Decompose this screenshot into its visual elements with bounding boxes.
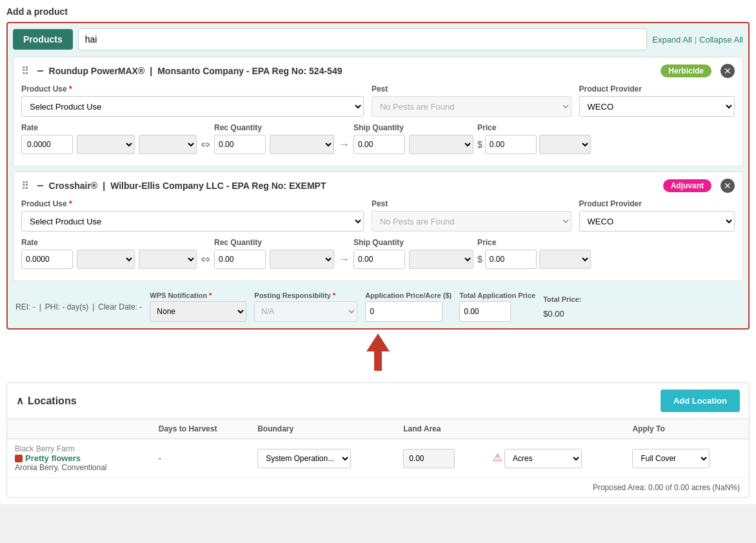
col-header-land-area: Land Area (395, 419, 485, 439)
product-use-group: Product Use * Select Product Use (21, 84, 364, 117)
days-to-harvest-value: - (159, 453, 242, 463)
pest-group-2: Pest No Pests are Found (372, 199, 572, 232)
price-section: Price $ (477, 123, 591, 154)
rei-text: REI: - (15, 302, 35, 311)
product-card-header-2: ⠿ − Crosshair® | Wilbur-Ellis Company LL… (21, 179, 735, 193)
provider-label-2: Product Provider (579, 199, 735, 208)
arrow-head (366, 333, 390, 351)
provider-select-2[interactable]: WECO (579, 211, 735, 232)
boundary-cell: System Operation... (250, 439, 395, 478)
days-to-harvest-cell: - (151, 439, 250, 478)
remove-product-button-2[interactable]: ✕ (721, 179, 735, 193)
ship-unit-select-2[interactable] (409, 250, 473, 269)
warning-cell: ⚠ Acres (485, 439, 624, 478)
pest-label-2: Pest (372, 199, 572, 208)
apply-to-select[interactable]: Full Cover (632, 449, 710, 468)
phi-text: PHI: - day(s) (45, 302, 88, 311)
rate-inputs-2 (21, 250, 197, 269)
up-arrow (366, 333, 390, 371)
locations-collapse-icon[interactable]: ∧ (16, 395, 24, 407)
rec-qty-input[interactable] (214, 135, 266, 154)
rec-qty-label-2: Rec Quantity (214, 238, 334, 247)
rate-unit2-select-2[interactable] (139, 250, 197, 269)
product-company-2: Wilbur-Ellis Company LLC - EPA Reg No: E… (110, 181, 326, 191)
price-unit-select[interactable] (539, 135, 591, 154)
product-name-2: Crosshair® (49, 181, 98, 191)
wps-select[interactable]: None (150, 301, 246, 322)
rate-unit1-select-2[interactable] (77, 250, 135, 269)
locations-header: ∧ Locations Add Location (7, 383, 749, 419)
location-field-info: Black Berry Farm Pretty flowers Aronia B… (7, 439, 151, 478)
location-table: Days to Harvest Boundary Land Area Apply… (7, 419, 749, 478)
herbicide-badge: Herbicide (661, 64, 711, 77)
product-use-select[interactable]: Select Product Use (21, 96, 364, 117)
drag-handle-icon[interactable]: ⠿ (21, 65, 29, 77)
remove-product-button[interactable]: ✕ (721, 64, 735, 78)
col-header-apply-to: Apply To (624, 419, 749, 439)
total-price-value: $0.00 (543, 305, 581, 319)
warning-icon: ⚠ (493, 452, 502, 463)
rec-unit-select-2[interactable] (270, 250, 334, 269)
col-header-days: Days to Harvest (151, 419, 250, 439)
rate-input-2[interactable] (21, 250, 73, 269)
search-input[interactable] (78, 28, 648, 50)
total-app-label: Total Application Price (459, 291, 535, 299)
rec-qty-input-2[interactable] (214, 250, 266, 269)
collapse-button[interactable]: − (37, 64, 44, 78)
header-right: Herbicide ✕ (661, 64, 735, 78)
drag-handle-icon-2[interactable]: ⠿ (21, 180, 29, 192)
collapse-all-link[interactable]: Collapse All (699, 35, 743, 44)
expand-all-link[interactable]: Expand All (652, 35, 691, 44)
product-card-title-2: ⠿ − Crosshair® | Wilbur-Ellis Company LL… (21, 179, 326, 193)
ship-qty-input-2[interactable] (353, 250, 405, 269)
rec-unit-select[interactable] (270, 135, 334, 154)
wps-label: WPS Notification * (150, 291, 246, 299)
total-price-group: Total Price: $0.00 (543, 295, 581, 319)
ship-section-2: Ship Quantity (353, 238, 473, 269)
posting-group: Posting Responsibility * N/A (254, 291, 357, 322)
product-separator-2: | (103, 181, 105, 191)
price-input-2[interactable] (485, 250, 537, 269)
price-input[interactable] (485, 135, 537, 154)
rate-arrow-icon: → (338, 138, 350, 152)
products-tab[interactable]: Products (13, 29, 73, 50)
rate-label: Rate (21, 123, 197, 132)
land-area-cell (395, 439, 485, 478)
product-use-row: Product Use * Select Product Use Pest No… (21, 84, 735, 117)
app-price-input[interactable] (365, 301, 443, 322)
total-app-input[interactable] (459, 301, 511, 322)
product-card-crosshair: ⠿ − Crosshair® | Wilbur-Ellis Company LL… (13, 172, 743, 281)
crop-info: Aronia Berry, Conventional (15, 463, 143, 472)
field-color-swatch (15, 455, 23, 462)
col-header-boundary: Boundary (250, 419, 395, 439)
product-name: Roundup PowerMAX® (49, 66, 145, 76)
expand-collapse-controls: Expand All | Collapse All (652, 35, 743, 44)
rate-section: Rate (21, 123, 197, 154)
add-location-button[interactable]: Add Location (661, 390, 740, 412)
ship-qty-label-2: Ship Quantity (353, 238, 473, 247)
ship-qty-input[interactable] (353, 135, 405, 154)
header-right-2: Adjuvant ✕ (663, 179, 735, 193)
page-title: Add a product (6, 6, 750, 17)
land-area-input[interactable] (403, 449, 455, 468)
products-section: Products Expand All | Collapse All ⠿ − R… (6, 22, 750, 330)
boundary-select[interactable]: System Operation... (257, 449, 351, 468)
rate-unit2-select[interactable] (139, 135, 197, 154)
rate-unit1-select[interactable] (77, 135, 135, 154)
product-use-select-2[interactable]: Select Product Use (21, 211, 364, 232)
farm-name: Black Berry Farm (15, 444, 143, 453)
rate-arrow-icon-2: → (338, 253, 350, 266)
arrow-shaft (374, 351, 382, 371)
provider-select[interactable]: WECO (579, 96, 735, 117)
provider-group: Product Provider WECO (579, 84, 735, 117)
rate-inputs (21, 135, 197, 154)
rec-inputs-2 (214, 250, 334, 269)
land-unit-select[interactable]: Acres (504, 449, 582, 468)
collapse-button-2[interactable]: − (37, 179, 44, 193)
price-inputs: $ (477, 135, 591, 154)
wps-group: WPS Notification * None (150, 291, 246, 322)
ship-unit-select[interactable] (409, 135, 473, 154)
rate-input[interactable] (21, 135, 73, 154)
price-unit-select-2[interactable] (539, 250, 591, 269)
separator1: | (39, 302, 41, 311)
